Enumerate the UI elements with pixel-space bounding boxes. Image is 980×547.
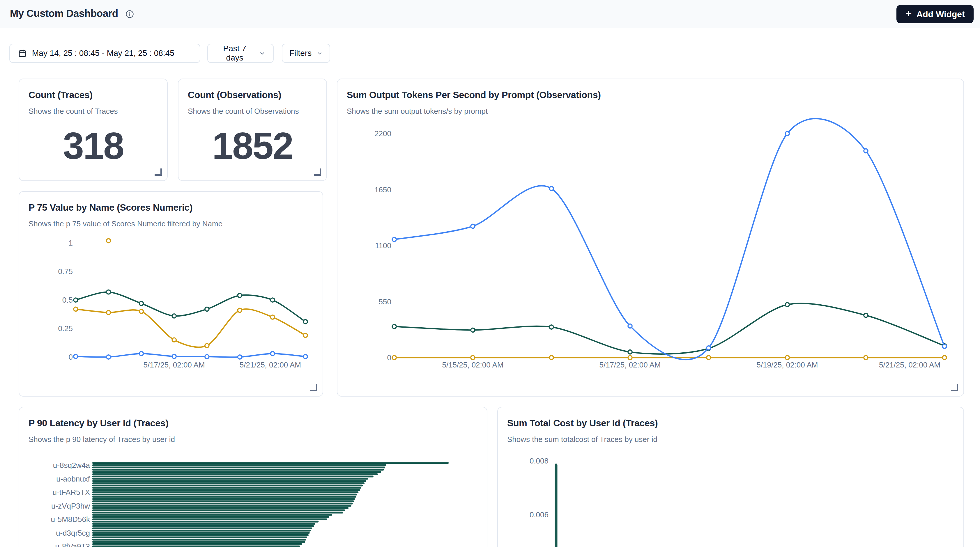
widget-title: Count (Traces) (29, 90, 158, 100)
calendar-icon (18, 49, 27, 58)
add-widget-label: Add Widget (916, 9, 965, 19)
widget-subtitle: Shows the sum output tokens/s by prompt (347, 107, 954, 116)
svg-text:u-8sq2w4a: u-8sq2w4a (53, 461, 90, 469)
widget-subtitle: Shows the p 75 value of Scores Numeric f… (29, 219, 313, 228)
svg-text:5/19/25, 02:00 AM: 5/19/25, 02:00 AM (756, 360, 818, 369)
widget-cost-by-user: Sum Total Cost by User Id (Traces) Shows… (497, 407, 964, 547)
svg-text:0.25: 0.25 (58, 324, 73, 333)
widget-count-traces: Count (Traces) Shows the count of Traces… (19, 79, 168, 181)
svg-text:u-aobnuxf: u-aobnuxf (56, 474, 90, 483)
widget-title: Sum Output Tokens Per Second by Prompt (… (347, 90, 954, 100)
add-widget-button[interactable]: + Add Widget (896, 5, 974, 23)
svg-text:1100: 1100 (375, 241, 391, 250)
svg-text:5/17/25, 02:00 AM: 5/17/25, 02:00 AM (599, 360, 660, 369)
metric-value: 1852 (188, 124, 317, 168)
widget-subtitle: Shows the sum totalcost of Traces by use… (507, 435, 954, 444)
widget-subtitle: Shows the p 90 latency of Traces by user… (29, 435, 477, 444)
widget-p90-latency: P 90 Latency by User Id (Traces) Shows t… (19, 407, 487, 547)
resize-handle-icon[interactable] (154, 168, 162, 176)
resize-handle-icon[interactable] (310, 384, 317, 391)
chevron-down-icon (259, 50, 266, 57)
svg-text:0.008: 0.008 (530, 457, 549, 465)
svg-text:5/21/25, 02:00 AM: 5/21/25, 02:00 AM (240, 360, 301, 369)
svg-text:u-zVqP3hw: u-zVqP3hw (51, 502, 90, 511)
svg-text:0.75: 0.75 (58, 267, 73, 276)
plus-icon: + (905, 7, 912, 20)
widget-count-observations: Count (Observations) Shows the count of … (178, 79, 327, 181)
topbar: My Custom Dashboard + Add Widget (0, 0, 980, 28)
filters-dropdown[interactable]: Filters (282, 44, 330, 63)
page-title: My Custom Dashboard (10, 8, 118, 19)
info-icon[interactable] (125, 10, 134, 19)
svg-text:5/15/25, 02:00 AM: 5/15/25, 02:00 AM (442, 360, 503, 369)
svg-text:u-8fVa9T3: u-8fVa9T3 (55, 542, 90, 547)
svg-text:5/21/25, 02:00 AM: 5/21/25, 02:00 AM (879, 360, 940, 369)
svg-text:u-5M8D56k: u-5M8D56k (51, 515, 90, 524)
svg-text:2200: 2200 (374, 129, 391, 138)
date-range-label: May 14, 25 : 08:45 - May 21, 25 : 08:45 (32, 49, 174, 58)
svg-text:u-d3qr5cg: u-d3qr5cg (56, 529, 90, 537)
date-range-picker[interactable]: May 14, 25 : 08:45 - May 21, 25 : 08:45 (9, 44, 200, 63)
date-preset-dropdown[interactable]: Past 7 days (207, 44, 274, 63)
svg-text:0.006: 0.006 (530, 511, 549, 519)
svg-text:0.5: 0.5 (62, 296, 73, 304)
widget-title: Count (Observations) (188, 90, 317, 100)
svg-text:550: 550 (379, 297, 391, 306)
date-preset-label: Past 7 days (215, 44, 254, 63)
chevron-down-icon (317, 50, 323, 57)
metric-value: 318 (29, 124, 158, 168)
svg-text:0: 0 (69, 353, 73, 361)
widget-title: P 90 Latency by User Id (Traces) (29, 418, 477, 428)
svg-text:1: 1 (69, 239, 73, 247)
resize-handle-icon[interactable] (951, 384, 958, 391)
svg-text:u-tFAR5TX: u-tFAR5TX (52, 488, 90, 497)
widget-subtitle: Shows the count of Observations (188, 107, 317, 116)
widget-subtitle: Shows the count of Traces (29, 107, 158, 116)
widget-p75-scores: P 75 Value by Name (Scores Numeric) Show… (19, 191, 323, 396)
resize-handle-icon[interactable] (314, 168, 321, 176)
svg-text:5/17/25, 02:00 AM: 5/17/25, 02:00 AM (143, 360, 205, 369)
widget-tokens-by-prompt: Sum Output Tokens Per Second by Prompt (… (337, 79, 964, 396)
svg-text:1650: 1650 (374, 186, 391, 194)
widget-title: P 75 Value by Name (Scores Numeric) (29, 202, 313, 213)
svg-text:0: 0 (387, 353, 391, 362)
widget-title: Sum Total Cost by User Id (Traces) (507, 418, 954, 428)
tokens-line-chart[interactable]: 05501100165022005/15/25, 02:00 AM5/17/25… (337, 79, 964, 396)
filters-label: Filters (290, 49, 312, 58)
